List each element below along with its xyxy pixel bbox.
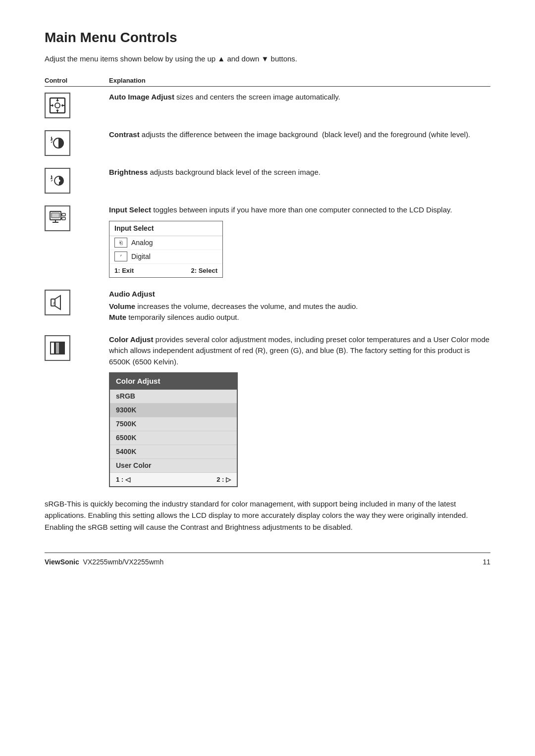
svg-rect-25	[62, 213, 65, 216]
svg-rect-32	[51, 342, 54, 354]
color-adjust-title: Color Adjust	[110, 373, 237, 390]
digital-label: Digital	[131, 252, 151, 262]
color-adjust-box: Color Adjust sRGB 9300K 7500K 6500K 5400…	[109, 372, 238, 487]
icon-cell-color-adjust	[45, 334, 109, 361]
text-contrast: Contrast adjusts the difference between …	[109, 129, 490, 141]
svg-rect-26	[62, 217, 65, 220]
text-brightness: Brightness adjusts background black leve…	[109, 167, 490, 178]
footer-brand-model: ViewSonic VX2255wmb/VX2255wmh	[45, 558, 163, 566]
icon-cell-audio: ♪	[45, 289, 109, 315]
svg-text:♪: ♪	[53, 300, 55, 305]
text-audio-adjust: Audio Adjust Volume increases the volume…	[109, 289, 490, 323]
srgb-description: sRGB-This is quickly becoming the indust…	[45, 498, 490, 533]
icon-cell-brightness	[45, 167, 109, 194]
icon-cell-contrast	[45, 129, 109, 156]
intro-text: Adjust the menu items shown below by usi…	[45, 54, 490, 63]
color-forward-label: 2 : ▷	[216, 475, 231, 485]
color-back-label: 1 : ◁	[116, 475, 130, 485]
svg-marker-30	[55, 296, 60, 309]
row-auto-image-adjust: Auto Image Adjust sizes and centers the …	[45, 92, 490, 118]
row-brightness: Brightness adjusts background black leve…	[45, 167, 490, 194]
text-auto-image-adjust: Auto Image Adjust sizes and centers the …	[109, 92, 490, 103]
input-select-label: 2: Select	[191, 266, 217, 276]
svg-point-5	[55, 103, 60, 108]
row-contrast: Contrast adjusts the difference between …	[45, 129, 490, 156]
auto-image-icon	[45, 93, 70, 118]
color-user: User Color	[110, 459, 237, 473]
color-adjust-icon	[45, 335, 70, 361]
color-adjust-svg	[49, 339, 66, 357]
input-select-svg	[49, 209, 66, 227]
svg-line-17	[51, 180, 53, 181]
col-header-control: Control	[45, 77, 109, 84]
digital-icon: ⎖	[114, 252, 127, 261]
contrast-svg	[49, 134, 66, 152]
color-5400k: 5400K	[110, 445, 237, 459]
input-select-box: Input Select ⎗ Analog ⎖ Digital 1: Exit …	[109, 221, 223, 278]
analog-icon: ⎗	[114, 238, 127, 248]
color-adjust-footer: 1 : ◁ 2 : ▷	[110, 473, 237, 487]
svg-point-20	[58, 180, 60, 182]
color-6500k: 6500K	[110, 431, 237, 445]
color-9300k: 9300K	[110, 403, 237, 417]
audio-icon: ♪	[45, 290, 70, 315]
brightness-icon	[45, 168, 70, 194]
input-digital-row: ⎖ Digital	[109, 250, 222, 264]
text-color-adjust: Color Adjust provides several color adju…	[109, 334, 490, 488]
svg-rect-34	[60, 342, 64, 354]
svg-marker-9	[62, 104, 64, 107]
icon-cell-input-select	[45, 204, 109, 231]
input-analog-row: ⎗ Analog	[109, 236, 222, 250]
svg-marker-7	[56, 110, 59, 112]
color-7500k: 7500K	[110, 417, 237, 431]
analog-label: Analog	[131, 238, 153, 248]
input-select-icon	[45, 205, 70, 231]
row-color-adjust: Color Adjust provides several color adju…	[45, 334, 490, 488]
svg-rect-33	[55, 342, 59, 354]
input-select-box-title: Input Select	[109, 221, 222, 236]
row-audio-adjust: ♪ Audio Adjust Volume increases the volu…	[45, 289, 490, 323]
svg-line-12	[51, 142, 53, 143]
input-select-footer: 1: Exit 2: Select	[109, 264, 222, 278]
brightness-svg	[49, 172, 66, 190]
svg-marker-6	[56, 99, 59, 101]
footer-model: VX2255wmb/VX2255wmh	[81, 558, 164, 566]
page-title: Main Menu Controls	[45, 30, 490, 46]
input-exit-label: 1: Exit	[114, 266, 134, 276]
footer-bar: ViewSonic VX2255wmb/VX2255wmh 11	[45, 553, 490, 566]
footer-brand: ViewSonic	[45, 558, 79, 566]
audio-label: Audio Adjust	[109, 289, 490, 300]
icon-cell-auto-image	[45, 92, 109, 118]
col-header-explanation: Explanation	[109, 77, 146, 84]
svg-rect-22	[52, 213, 59, 218]
color-srgb: sRGB	[110, 390, 237, 403]
footer-page-number: 11	[482, 558, 490, 566]
auto-image-svg	[49, 97, 66, 114]
svg-marker-8	[51, 104, 53, 107]
audio-svg: ♪	[49, 294, 66, 311]
text-input-select: Input Select toggles between inputs if y…	[109, 204, 490, 278]
row-input-select: Input Select toggles between inputs if y…	[45, 204, 490, 278]
contrast-icon	[45, 130, 70, 156]
